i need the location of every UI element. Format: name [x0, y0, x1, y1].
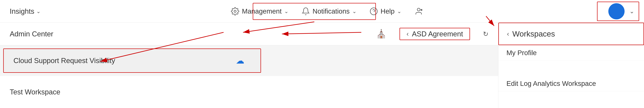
my-profile-item[interactable]: My Profile [498, 45, 644, 61]
svg-point-0 [234, 10, 236, 12]
insights-label: Insights [10, 7, 34, 15]
user-avatar[interactable] [608, 3, 624, 19]
test-workspace-item[interactable]: Test Workspace [0, 76, 498, 108]
person-icon [414, 7, 423, 15]
user-icon-nav[interactable] [414, 7, 423, 15]
management-label: Management [242, 7, 282, 15]
notifications-label: Notifications [312, 7, 350, 15]
insights-nav[interactable]: Insights ⌄ [10, 7, 46, 15]
workspaces-items: My Profile [498, 45, 644, 76]
management-nav[interactable]: Management ⌄ [231, 7, 288, 15]
edit-log-item[interactable]: Edit Log Analytics Workspace [498, 76, 644, 91]
workspaces-panel: ‹ Workspaces [498, 23, 644, 45]
help-icon [370, 7, 378, 15]
notifications-chevron-icon: ⌄ [352, 8, 356, 14]
top-nav-center: Management ⌄ Notifications ⌄ Help [46, 7, 608, 15]
fourth-row: Test Workspace Edit Log Analytics Worksp… [0, 76, 644, 108]
cloud-support-label: Cloud Support Request Visibility [14, 57, 115, 65]
asd-chevron-left-icon: ‹ [406, 30, 408, 37]
management-chevron-icon: ⌄ [284, 8, 288, 14]
third-row: Cloud Support Request Visibility ☁ My Pr… [0, 45, 644, 76]
insights-chevron-icon: ⌄ [36, 8, 41, 14]
help-nav[interactable]: Help ⌄ [370, 7, 402, 15]
nav-right: ⌄ [608, 3, 634, 19]
breadcrumb-area: Admin Center ⛪ ‹ ASD Agreement ↻ [0, 23, 498, 45]
test-workspace-label: Test Workspace [10, 88, 60, 96]
user-dropdown-chevron-icon[interactable]: ⌄ [630, 8, 634, 15]
svg-point-1 [370, 8, 377, 15]
help-label: Help [380, 7, 394, 15]
asd-agreement-label: ASD Agreement [412, 30, 463, 38]
help-chevron-icon: ⌄ [397, 8, 402, 14]
workspaces-header[interactable]: ‹ Workspaces [498, 23, 644, 45]
sync-icon[interactable]: ↻ [483, 30, 488, 38]
svg-point-3 [417, 8, 420, 11]
asd-agreement-button[interactable]: ‹ ASD Agreement [400, 28, 470, 40]
admin-center-label: Admin Center [10, 30, 53, 38]
top-nav-bar: Insights ⌄ Management ⌄ Notif [0, 0, 644, 23]
gear-icon [231, 7, 239, 15]
cloud-support-item[interactable]: Cloud Support Request Visibility ☁ [3, 48, 261, 73]
workspaces-label: Workspaces [512, 29, 555, 38]
third-middle-area [261, 45, 498, 76]
cloud-icon: ☁ [236, 56, 244, 66]
workspaces-chevron-left-icon: ‹ [507, 30, 509, 37]
edit-log-label: Edit Log Analytics Workspace [506, 80, 596, 88]
home-icon[interactable]: ⛪ [376, 29, 386, 39]
notifications-nav[interactable]: Notifications ⌄ [302, 7, 356, 15]
bell-icon [302, 7, 310, 15]
second-row: Admin Center ⛪ ‹ ASD Agreement ↻ ‹ Works… [0, 23, 644, 45]
fourth-workspaces: Edit Log Analytics Workspace [498, 76, 644, 108]
my-profile-label: My Profile [506, 49, 537, 57]
